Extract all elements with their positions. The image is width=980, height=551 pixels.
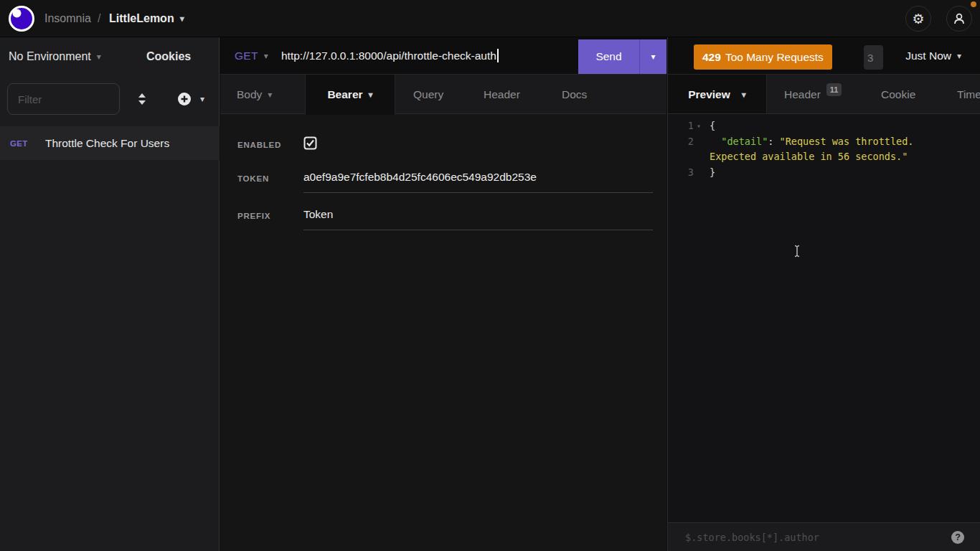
tab-auth-label: Bearer	[327, 88, 362, 101]
breadcrumb-workspace[interactable]: LittleLemon ▾	[109, 0, 184, 37]
response-tab-strip: Preview ▾ Header 11 Cookie Timeline	[668, 75, 980, 114]
cookies-label: Cookies	[146, 50, 191, 63]
code-text: }	[710, 165, 980, 181]
request-tab-strip: Body ▾ Bearer ▾ Query Header Docs	[220, 75, 666, 114]
request-method-tag: GET	[10, 139, 40, 148]
code-line: 3 ▾ }	[668, 165, 980, 181]
user-icon	[953, 12, 966, 25]
settings-button[interactable]: ⚙	[905, 6, 931, 32]
request-panel: GET ▾ http://127.0.0.1:8000/api/throttle…	[220, 37, 666, 551]
tab-header[interactable]: Header	[484, 75, 520, 114]
code-line: 1 ▾ {	[668, 118, 980, 134]
breadcrumb-app[interactable]: Insomnia	[44, 0, 91, 37]
chevron-down-icon: ▾	[264, 51, 268, 61]
top-bar: Insomnia / LittleLemon ▾ ⚙	[0, 0, 980, 37]
chevron-down-icon: ▾	[268, 90, 272, 100]
sort-icon	[137, 93, 147, 105]
code-text: {	[710, 118, 980, 134]
breadcrumb-separator: /	[98, 0, 100, 37]
prefix-label: PREFIX	[237, 212, 270, 220]
token-label: TOKEN	[237, 174, 269, 183]
tab-cookie[interactable]: Cookie	[881, 75, 915, 114]
code-text: "detail": "Request was throttled.Expecte…	[710, 134, 980, 165]
response-filter-bar: ?	[668, 522, 980, 551]
chevron-down-icon: ▾	[742, 90, 746, 100]
token-input[interactable]: a0ef9a9e7fcfeb8b4d25fc4606ec549a92db253e	[303, 171, 653, 193]
method-dropdown[interactable]: GET ▾	[235, 37, 268, 74]
response-history-dropdown[interactable]: Just Now ▾	[905, 37, 961, 75]
response-body-viewer: 1 ▾ { 2 ▾ "detail": "Request was throttl…	[668, 115, 980, 485]
response-time-badge: 3	[864, 45, 883, 70]
code-line: 2 ▾ "detail": "Request was throttled.Exp…	[668, 134, 980, 165]
tab-body[interactable]: Body ▾	[237, 75, 272, 114]
line-number: 2	[688, 134, 694, 150]
environment-dropdown[interactable]: No Environment ▾	[9, 37, 101, 75]
ibeam-cursor-icon	[792, 245, 802, 258]
send-options-button[interactable]: ▾	[639, 39, 666, 74]
json-string: "Request was throttled.	[780, 136, 914, 147]
tab-response-header-label: Header	[784, 88, 821, 101]
question-icon: ?	[955, 532, 961, 542]
status-code: 429	[702, 51, 721, 64]
plus-circle-icon	[177, 92, 192, 106]
response-status-row: 429 Too Many Requests 3 Just Now ▾	[668, 37, 980, 75]
enabled-checkbox[interactable]	[303, 136, 317, 153]
enabled-label: ENABLED	[237, 141, 281, 149]
request-name: Throttle Check For Users	[45, 137, 169, 150]
tab-preview[interactable]: Preview ▾	[668, 75, 767, 114]
tab-docs[interactable]: Docs	[562, 75, 587, 114]
chevron-down-icon: ▾	[369, 90, 373, 100]
send-label: Send	[595, 50, 621, 63]
gear-icon: ⚙	[912, 11, 924, 27]
tab-query[interactable]: Query	[413, 75, 443, 114]
help-button[interactable]: ?	[951, 531, 964, 544]
chevron-down-icon: ▾	[651, 52, 655, 62]
checkbox-checked-icon	[303, 136, 317, 150]
response-time-value: 3	[867, 52, 873, 64]
tab-auth-bearer[interactable]: Bearer ▾	[305, 75, 395, 115]
tab-timeline[interactable]: Timeline	[957, 75, 980, 114]
line-gutter: 2 ▾	[668, 134, 704, 165]
insomnia-logo-icon[interactable]	[8, 5, 35, 32]
header-count-badge: 11	[826, 83, 842, 96]
tab-response-header[interactable]: Header 11	[784, 75, 842, 114]
response-filter-input[interactable]	[685, 523, 922, 551]
workspace-name: LittleLemon	[109, 12, 174, 25]
sidebar-filter-input[interactable]	[7, 83, 120, 115]
chevron-down-icon: ▾	[200, 94, 204, 104]
send-button[interactable]: Send	[578, 39, 639, 74]
account-button[interactable]	[946, 6, 972, 32]
token-value: a0ef9a9e7fcfeb8b4d25fc4606ec549a92db253e	[303, 171, 537, 183]
tab-body-label: Body	[237, 88, 262, 101]
line-number: 3	[688, 165, 694, 181]
tab-preview-label: Preview	[688, 88, 730, 101]
line-number: 1	[688, 118, 694, 134]
add-request-button[interactable]: ▾	[174, 88, 207, 110]
chevron-down-icon: ▾	[97, 52, 101, 62]
environment-label: No Environment	[9, 50, 91, 63]
line-gutter: 3 ▾	[668, 165, 704, 181]
sort-button[interactable]	[131, 88, 153, 110]
tab-cookie-label: Cookie	[881, 88, 915, 101]
text-cursor	[497, 49, 499, 62]
notification-dot	[971, 1, 976, 7]
status-reason: Too Many Requests	[725, 51, 824, 64]
url-input[interactable]: http://127.0.0.1:8000/api/throttle-check…	[281, 37, 577, 74]
method-label: GET	[235, 50, 258, 62]
send-button-group: Send ▾	[578, 39, 666, 74]
url-text: http://127.0.0.1:8000/api/throttle-check…	[281, 50, 496, 62]
chevron-down-icon: ▾	[180, 14, 184, 24]
json-string: Expected available in 56 seconds."	[710, 151, 908, 162]
tab-query-label: Query	[413, 88, 443, 101]
response-panel: 429 Too Many Requests 3 Just Now ▾ Previ…	[667, 37, 980, 551]
request-list-item[interactable]: GET Throttle Check For Users	[0, 126, 220, 160]
json-key: "detail"	[721, 136, 768, 147]
status-badge: 429 Too Many Requests	[694, 44, 832, 70]
environment-row: No Environment ▾ Cookies	[0, 37, 219, 75]
cookies-button[interactable]: Cookies	[146, 37, 191, 75]
prefix-value: Token	[303, 208, 333, 220]
prefix-input[interactable]: Token	[303, 208, 653, 230]
tab-header-label: Header	[484, 88, 520, 101]
line-gutter: 1 ▾	[668, 118, 704, 134]
fold-caret-icon[interactable]: ▾	[694, 118, 704, 134]
